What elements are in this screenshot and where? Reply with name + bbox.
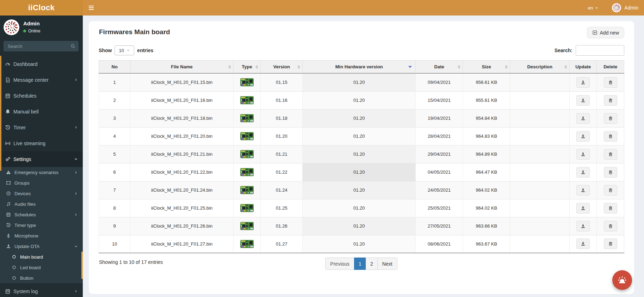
trash-icon	[608, 134, 613, 139]
cell-size: 956.61 KB	[463, 73, 510, 91]
update-button[interactable]	[576, 221, 590, 231]
delete-button[interactable]	[604, 167, 617, 178]
cell-min-hardware-version: 01.20	[303, 235, 416, 253]
cell-file-name: iiClock_M_H01.20_F01.25.bin	[130, 199, 233, 217]
cell-update	[569, 163, 597, 181]
delete-button[interactable]	[604, 77, 617, 88]
pagination-previous[interactable]: Previous	[325, 258, 354, 270]
update-button[interactable]	[576, 185, 590, 196]
update-button[interactable]	[576, 167, 590, 178]
sidebar-item-update-ota[interactable]: Update OTA	[0, 241, 83, 252]
cell-min-hardware-version: 01.20	[303, 91, 416, 109]
download-icon	[581, 80, 586, 85]
sidebar-item-manual-bell[interactable]: Manual bell	[0, 104, 83, 119]
sidebar-item-led-board[interactable]: Led board	[0, 262, 83, 273]
cell-delete	[597, 163, 624, 181]
sidebar-item-live-streaming[interactable]: Live streaming	[0, 135, 83, 151]
delete-button[interactable]	[604, 239, 617, 249]
chevron-down-icon	[74, 245, 78, 248]
user-menu[interactable]: Admin	[612, 3, 638, 12]
pcb-thumbnail	[236, 204, 259, 212]
language-selector[interactable]: en	[588, 5, 599, 11]
sidebar-item-emergency-scenarios[interactable]: Emergency scenarios	[0, 167, 83, 178]
pagination-next[interactable]: Next	[377, 258, 397, 270]
sidebar-scrollbar-thumb[interactable]	[0, 56, 1, 171]
update-button[interactable]	[576, 203, 590, 214]
sidebar-item-audio-files[interactable]: Audio files	[0, 199, 83, 209]
delete-button[interactable]	[604, 221, 617, 231]
trash-icon	[608, 224, 613, 229]
cell-size: 963.67 KB	[463, 235, 510, 253]
sidebar-item-schedules[interactable]: Schedules	[0, 88, 83, 104]
download-icon	[581, 224, 586, 229]
calendar-icon	[5, 289, 13, 294]
delete-button[interactable]	[604, 149, 617, 160]
sidebar-item-microphone[interactable]: Microphone	[0, 230, 83, 241]
sidebar-item-groups[interactable]: Groups	[0, 178, 83, 188]
sidebar-item-dashboard[interactable]: Dashboard	[0, 56, 83, 72]
sidebar-item-timer-type[interactable]: Timer type	[0, 220, 83, 230]
sidebar-item-timer[interactable]: Timer	[0, 119, 83, 135]
cell-description	[510, 145, 569, 163]
pagination-page-2[interactable]: 2	[366, 258, 378, 270]
cell-no: 4	[99, 127, 130, 145]
sidebar-item-settings[interactable]: Settings	[0, 151, 83, 167]
column-header-date[interactable]: Date	[416, 61, 463, 74]
cell-min-hardware-version: 01.20	[303, 145, 416, 163]
cell-min-hardware-version: 01.20	[303, 127, 416, 145]
cell-update	[569, 91, 597, 109]
delete-button[interactable]	[604, 203, 617, 214]
submenu-scrollbar-thumb[interactable]	[81, 252, 83, 279]
delete-button[interactable]	[604, 95, 617, 106]
table-row: 2iiClock_M_H01.20_F01.16.bin01.1601.2015…	[99, 91, 624, 109]
sidebar-item-devices[interactable]: Devices	[0, 188, 83, 199]
update-button[interactable]	[576, 239, 590, 249]
column-header-description[interactable]: Description	[510, 61, 569, 74]
cell-version: 01.18	[261, 109, 303, 127]
sidebar-item-system-log[interactable]: System log	[0, 283, 83, 297]
cell-no: 7	[99, 181, 130, 199]
delete-button[interactable]	[604, 185, 617, 196]
update-button[interactable]	[576, 149, 590, 160]
update-button[interactable]	[576, 113, 590, 124]
update-button[interactable]	[576, 95, 590, 106]
topbar: iiClock en Admin	[0, 0, 644, 16]
circle-o-icon	[12, 276, 20, 280]
brand-logo[interactable]: iiClock	[0, 0, 83, 16]
sidebar-item-main-board[interactable]: Main board	[0, 252, 83, 262]
column-header-version[interactable]: Version	[261, 61, 303, 74]
add-new-button[interactable]: Add new	[587, 27, 624, 38]
sidebar-item-button[interactable]: Button	[0, 273, 83, 283]
sidebar-item-schedules-settings[interactable]: Schedules	[0, 209, 83, 220]
table-search-input[interactable]	[576, 45, 624, 56]
pcb-thumbnail	[236, 114, 259, 122]
update-button[interactable]	[576, 131, 590, 142]
cell-date: 27/05/2021	[416, 217, 463, 235]
table-row: 6iiClock_M_H01.20_F01.22.bin01.2201.2004…	[99, 163, 624, 181]
pagination-page-1[interactable]: 1	[354, 258, 366, 270]
update-button[interactable]	[576, 77, 590, 88]
sidebar-item-message-center[interactable]: Message center	[0, 72, 83, 88]
delete-button[interactable]	[604, 113, 617, 124]
column-header-type[interactable]: Type	[233, 61, 261, 74]
cell-delete	[597, 217, 624, 235]
hamburger-icon[interactable]	[83, 0, 100, 16]
column-header-file-name[interactable]: File Name	[130, 61, 233, 74]
sort-arrows-icon	[505, 65, 508, 69]
trash-icon	[608, 170, 613, 175]
cell-version: 01.15	[261, 73, 303, 91]
cell-min-hardware-version: 01.20	[303, 217, 416, 235]
page-title: Firmwares Main board	[99, 28, 170, 36]
trash-icon	[608, 80, 613, 85]
delete-button[interactable]	[604, 131, 617, 142]
sidebar-search-input[interactable]	[7, 43, 70, 49]
cell-type	[233, 145, 261, 163]
search-icon[interactable]	[70, 44, 75, 49]
page-length-select[interactable]: 10	[114, 45, 134, 55]
sidebar-user-status: Online	[23, 29, 41, 33]
emergency-fab-button[interactable]	[612, 270, 632, 290]
cell-delete	[597, 91, 624, 109]
cell-description	[510, 199, 569, 217]
column-header-size[interactable]: Size	[463, 61, 510, 74]
column-header-min-hardware-version[interactable]: Min Hardware version	[303, 61, 416, 74]
